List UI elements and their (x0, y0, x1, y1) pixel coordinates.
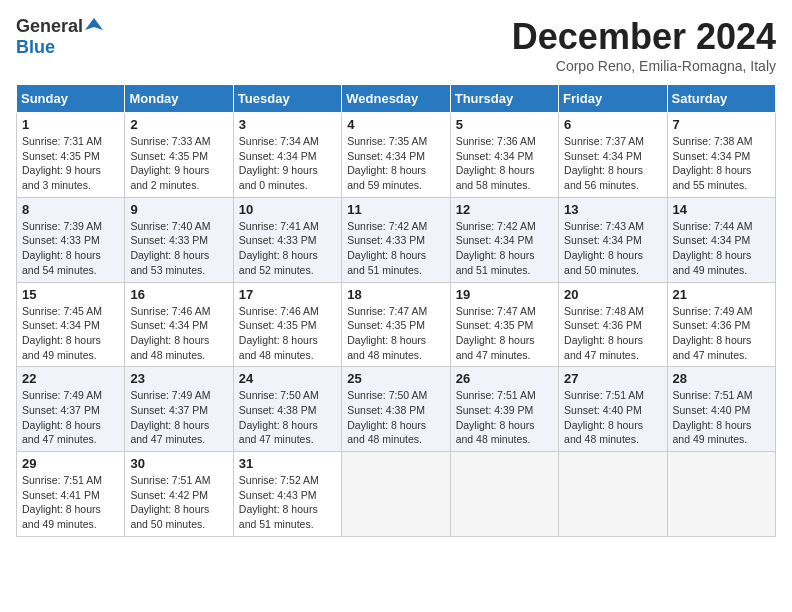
calendar-day-cell: 6Sunrise: 7:37 AMSunset: 4:34 PMDaylight… (559, 113, 667, 198)
day-number: 26 (456, 371, 553, 386)
calendar-day-cell: 13Sunrise: 7:43 AMSunset: 4:34 PMDayligh… (559, 197, 667, 282)
day-info: Sunrise: 7:35 AMSunset: 4:34 PMDaylight:… (347, 134, 444, 193)
day-info: Sunrise: 7:37 AMSunset: 4:34 PMDaylight:… (564, 134, 661, 193)
calendar-day-cell: 24Sunrise: 7:50 AMSunset: 4:38 PMDayligh… (233, 367, 341, 452)
day-number: 7 (673, 117, 770, 132)
day-number: 14 (673, 202, 770, 217)
day-info: Sunrise: 7:46 AMSunset: 4:34 PMDaylight:… (130, 304, 227, 363)
day-number: 3 (239, 117, 336, 132)
calendar-day-cell: 12Sunrise: 7:42 AMSunset: 4:34 PMDayligh… (450, 197, 558, 282)
day-number: 31 (239, 456, 336, 471)
calendar-day-cell: 23Sunrise: 7:49 AMSunset: 4:37 PMDayligh… (125, 367, 233, 452)
day-number: 4 (347, 117, 444, 132)
calendar-day-cell: 9Sunrise: 7:40 AMSunset: 4:33 PMDaylight… (125, 197, 233, 282)
day-info: Sunrise: 7:52 AMSunset: 4:43 PMDaylight:… (239, 473, 336, 532)
calendar-day-cell: 25Sunrise: 7:50 AMSunset: 4:38 PMDayligh… (342, 367, 450, 452)
calendar-week-row: 22Sunrise: 7:49 AMSunset: 4:37 PMDayligh… (17, 367, 776, 452)
day-number: 19 (456, 287, 553, 302)
calendar-day-cell: 8Sunrise: 7:39 AMSunset: 4:33 PMDaylight… (17, 197, 125, 282)
day-info: Sunrise: 7:42 AMSunset: 4:33 PMDaylight:… (347, 219, 444, 278)
day-number: 5 (456, 117, 553, 132)
day-number: 11 (347, 202, 444, 217)
day-number: 6 (564, 117, 661, 132)
calendar-day-cell: 7Sunrise: 7:38 AMSunset: 4:34 PMDaylight… (667, 113, 775, 198)
day-info: Sunrise: 7:47 AMSunset: 4:35 PMDaylight:… (456, 304, 553, 363)
day-info: Sunrise: 7:31 AMSunset: 4:35 PMDaylight:… (22, 134, 119, 193)
calendar-day-cell: 26Sunrise: 7:51 AMSunset: 4:39 PMDayligh… (450, 367, 558, 452)
calendar-day-cell: 29Sunrise: 7:51 AMSunset: 4:41 PMDayligh… (17, 452, 125, 537)
logo-general: General (16, 16, 83, 37)
page-header: General Blue December 2024 Corpo Reno, E… (16, 16, 776, 74)
day-info: Sunrise: 7:38 AMSunset: 4:34 PMDaylight:… (673, 134, 770, 193)
calendar-day-cell: 15Sunrise: 7:45 AMSunset: 4:34 PMDayligh… (17, 282, 125, 367)
logo-bird-icon (85, 16, 103, 34)
calendar-day-cell (559, 452, 667, 537)
calendar-day-cell: 27Sunrise: 7:51 AMSunset: 4:40 PMDayligh… (559, 367, 667, 452)
day-info: Sunrise: 7:40 AMSunset: 4:33 PMDaylight:… (130, 219, 227, 278)
day-number: 30 (130, 456, 227, 471)
day-number: 16 (130, 287, 227, 302)
day-info: Sunrise: 7:42 AMSunset: 4:34 PMDaylight:… (456, 219, 553, 278)
day-number: 21 (673, 287, 770, 302)
calendar-day-cell: 22Sunrise: 7:49 AMSunset: 4:37 PMDayligh… (17, 367, 125, 452)
day-number: 25 (347, 371, 444, 386)
day-info: Sunrise: 7:43 AMSunset: 4:34 PMDaylight:… (564, 219, 661, 278)
calendar-day-cell: 11Sunrise: 7:42 AMSunset: 4:33 PMDayligh… (342, 197, 450, 282)
day-info: Sunrise: 7:50 AMSunset: 4:38 PMDaylight:… (347, 388, 444, 447)
calendar-week-row: 1Sunrise: 7:31 AMSunset: 4:35 PMDaylight… (17, 113, 776, 198)
logo-blue: Blue (16, 37, 55, 58)
calendar-day-cell: 30Sunrise: 7:51 AMSunset: 4:42 PMDayligh… (125, 452, 233, 537)
calendar-day-cell: 18Sunrise: 7:47 AMSunset: 4:35 PMDayligh… (342, 282, 450, 367)
day-number: 20 (564, 287, 661, 302)
day-info: Sunrise: 7:41 AMSunset: 4:33 PMDaylight:… (239, 219, 336, 278)
day-info: Sunrise: 7:39 AMSunset: 4:33 PMDaylight:… (22, 219, 119, 278)
day-info: Sunrise: 7:49 AMSunset: 4:37 PMDaylight:… (22, 388, 119, 447)
day-number: 28 (673, 371, 770, 386)
month-title: December 2024 (512, 16, 776, 58)
weekday-header: Monday (125, 85, 233, 113)
calendar-header-row: SundayMondayTuesdayWednesdayThursdayFrid… (17, 85, 776, 113)
location-subtitle: Corpo Reno, Emilia-Romagna, Italy (512, 58, 776, 74)
weekday-header: Saturday (667, 85, 775, 113)
day-info: Sunrise: 7:44 AMSunset: 4:34 PMDaylight:… (673, 219, 770, 278)
day-number: 15 (22, 287, 119, 302)
day-info: Sunrise: 7:46 AMSunset: 4:35 PMDaylight:… (239, 304, 336, 363)
svg-marker-0 (85, 18, 103, 30)
day-info: Sunrise: 7:51 AMSunset: 4:42 PMDaylight:… (130, 473, 227, 532)
calendar-day-cell: 17Sunrise: 7:46 AMSunset: 4:35 PMDayligh… (233, 282, 341, 367)
calendar-day-cell (342, 452, 450, 537)
day-number: 23 (130, 371, 227, 386)
calendar-day-cell: 3Sunrise: 7:34 AMSunset: 4:34 PMDaylight… (233, 113, 341, 198)
day-number: 8 (22, 202, 119, 217)
logo: General Blue (16, 16, 103, 58)
day-number: 12 (456, 202, 553, 217)
weekday-header: Friday (559, 85, 667, 113)
calendar-day-cell: 20Sunrise: 7:48 AMSunset: 4:36 PMDayligh… (559, 282, 667, 367)
title-section: December 2024 Corpo Reno, Emilia-Romagna… (512, 16, 776, 74)
weekday-header: Tuesday (233, 85, 341, 113)
calendar-day-cell (450, 452, 558, 537)
day-number: 1 (22, 117, 119, 132)
day-info: Sunrise: 7:49 AMSunset: 4:37 PMDaylight:… (130, 388, 227, 447)
weekday-header: Thursday (450, 85, 558, 113)
day-number: 17 (239, 287, 336, 302)
calendar-day-cell: 31Sunrise: 7:52 AMSunset: 4:43 PMDayligh… (233, 452, 341, 537)
day-info: Sunrise: 7:51 AMSunset: 4:41 PMDaylight:… (22, 473, 119, 532)
calendar-day-cell: 1Sunrise: 7:31 AMSunset: 4:35 PMDaylight… (17, 113, 125, 198)
day-info: Sunrise: 7:51 AMSunset: 4:39 PMDaylight:… (456, 388, 553, 447)
day-info: Sunrise: 7:51 AMSunset: 4:40 PMDaylight:… (673, 388, 770, 447)
day-number: 29 (22, 456, 119, 471)
day-info: Sunrise: 7:36 AMSunset: 4:34 PMDaylight:… (456, 134, 553, 193)
calendar-day-cell: 16Sunrise: 7:46 AMSunset: 4:34 PMDayligh… (125, 282, 233, 367)
calendar-day-cell: 21Sunrise: 7:49 AMSunset: 4:36 PMDayligh… (667, 282, 775, 367)
calendar-day-cell: 5Sunrise: 7:36 AMSunset: 4:34 PMDaylight… (450, 113, 558, 198)
day-number: 24 (239, 371, 336, 386)
day-info: Sunrise: 7:50 AMSunset: 4:38 PMDaylight:… (239, 388, 336, 447)
weekday-header: Wednesday (342, 85, 450, 113)
day-number: 2 (130, 117, 227, 132)
calendar-day-cell: 19Sunrise: 7:47 AMSunset: 4:35 PMDayligh… (450, 282, 558, 367)
day-number: 27 (564, 371, 661, 386)
calendar-day-cell (667, 452, 775, 537)
calendar-table: SundayMondayTuesdayWednesdayThursdayFrid… (16, 84, 776, 537)
day-number: 10 (239, 202, 336, 217)
